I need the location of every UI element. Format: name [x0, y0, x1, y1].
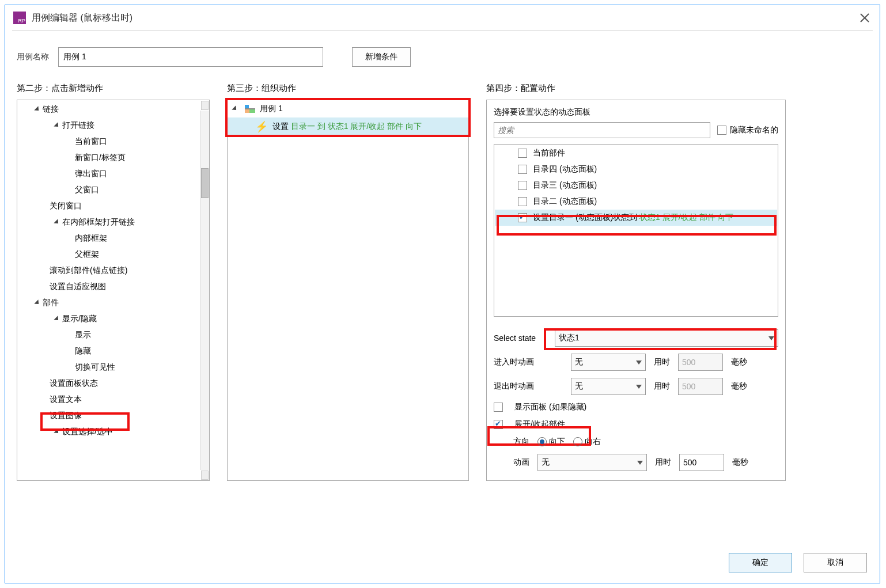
duration-label: 用时	[654, 357, 670, 367]
ok-button[interactable]: 确定	[729, 553, 792, 572]
annotation-box	[544, 328, 777, 350]
config-subheading: 选择要设置状态的动态面板	[494, 107, 778, 117]
anim-out-label: 退出时动画	[494, 381, 563, 392]
annotation-box	[497, 215, 777, 236]
checkbox-icon	[494, 403, 503, 412]
tree-group-widgets[interactable]: 部件	[18, 295, 199, 311]
case-name-input[interactable]	[58, 47, 323, 67]
tree-group-links[interactable]: 链接	[18, 101, 199, 117]
select-state-label: Select state	[494, 333, 547, 343]
ms-label: 毫秒	[731, 381, 747, 392]
panels-list: 当前部件 目录四 (动态面板) 目录三 (动态面板) 目录二 (动态面板) 设置…	[494, 144, 778, 317]
actions-tree-panel: 链接 打开链接 当前窗口 新窗口/标签页 弹出窗口 父窗口 关闭窗口 在内部框架…	[17, 100, 210, 481]
anim-label: 动画	[513, 457, 529, 468]
triangle-icon	[34, 300, 40, 306]
case-name-label: 用例名称	[17, 52, 49, 62]
chevron-down-icon	[636, 361, 642, 365]
step3-heading: 第三步：组织动作	[227, 83, 469, 94]
checkbox-icon	[518, 181, 527, 190]
show-if-hidden-checkbox[interactable]: 显示面板 (如果隐藏)	[494, 402, 778, 412]
anim-dropdown[interactable]: 无	[537, 454, 647, 471]
titlebar: 用例编辑器 (鼠标移出时)	[5, 5, 880, 31]
tree-item[interactable]: 显示	[18, 327, 199, 343]
triangle-icon	[54, 219, 60, 226]
tree-item[interactable]: 新窗口/标签页	[18, 150, 199, 166]
anim-out-dropdown[interactable]: 无	[571, 378, 646, 395]
tree-item[interactable]: 父窗口	[18, 182, 199, 198]
checkbox-icon	[518, 165, 527, 174]
tree-item[interactable]: 滚动到部件(锚点链接)	[18, 263, 199, 279]
hide-unnamed-checkbox[interactable]: 隐藏未命名的	[717, 125, 778, 135]
tree-item[interactable]: 设置自适应视图	[18, 279, 199, 295]
step2-heading: 第二步：点击新增动作	[17, 83, 210, 94]
organize-actions-panel: 用例 1 ⚡ 设置 目录一 到 状态1 展开/收起 部件 向下	[227, 100, 469, 481]
annotation-box	[225, 98, 471, 137]
tree-item[interactable]: 弹出窗口	[18, 166, 199, 182]
scroll-thumb[interactable]	[201, 168, 209, 198]
cancel-button[interactable]: 取消	[804, 553, 867, 572]
tree-item[interactable]: 设置文本	[18, 392, 199, 408]
triangle-icon	[54, 316, 60, 323]
tree-item[interactable]: 父框架	[18, 246, 199, 263]
scrollbar-track[interactable]	[200, 111, 209, 470]
list-item[interactable]: 目录四 (动态面板)	[495, 161, 777, 177]
close-icon[interactable]	[858, 11, 872, 25]
dialog-window: 用例编辑器 (鼠标移出时) 用例名称 新增条件 第二步：点击新增动作 链接 打开…	[5, 5, 880, 583]
configure-panel: 选择要设置状态的动态面板 隐藏未命名的 当前部件 目录四 (动态面板) 目录三 …	[486, 100, 786, 481]
scroll-up-button[interactable]	[201, 101, 209, 110]
divider	[12, 31, 873, 31]
add-condition-button[interactable]: 新增条件	[352, 47, 411, 67]
checkbox-icon	[518, 197, 527, 206]
app-icon	[13, 12, 26, 24]
checkbox-icon	[717, 126, 726, 135]
search-input[interactable]	[494, 122, 710, 138]
chevron-down-icon	[637, 461, 643, 465]
tree-item[interactable]: 关闭窗口	[18, 198, 199, 214]
anim-out-duration	[678, 378, 723, 395]
tree-group-show-hide[interactable]: 显示/隐藏	[18, 311, 199, 327]
anim-in-dropdown[interactable]: 无	[571, 354, 646, 371]
tree-group-open-link[interactable]: 打开链接	[18, 117, 199, 134]
tree-item[interactable]: 切换可见性	[18, 359, 199, 375]
step4-heading: 第四步：配置动作	[486, 83, 786, 94]
tree-group-iframe[interactable]: 在内部框架打开链接	[18, 214, 199, 230]
tree-item[interactable]: 当前窗口	[18, 134, 199, 150]
duration-label: 用时	[654, 381, 670, 392]
ms-label: 毫秒	[731, 357, 747, 367]
list-item[interactable]: 目录三 (动态面板)	[495, 177, 777, 194]
chevron-down-icon	[636, 385, 642, 389]
duration-label: 用时	[655, 457, 671, 468]
triangle-icon	[34, 107, 40, 113]
list-item[interactable]: 目录二 (动态面板)	[495, 194, 777, 210]
triangle-icon	[54, 123, 60, 129]
annotation-box	[40, 412, 130, 431]
checkbox-icon	[518, 149, 527, 158]
anim-in-duration	[678, 354, 723, 371]
tree-item[interactable]: 隐藏	[18, 343, 199, 359]
tree-item-set-panel-state[interactable]: 设置面板状态	[18, 375, 199, 392]
dialog-title: 用例编辑器 (鼠标移出时)	[32, 12, 858, 24]
scroll-down-button[interactable]	[201, 471, 209, 480]
tree-item[interactable]: 内部框架	[18, 230, 199, 246]
anim-in-label: 进入时动画	[494, 357, 563, 367]
anim-duration[interactable]	[679, 454, 724, 471]
list-item[interactable]: 当前部件	[495, 145, 777, 161]
ms-label: 毫秒	[732, 457, 748, 468]
